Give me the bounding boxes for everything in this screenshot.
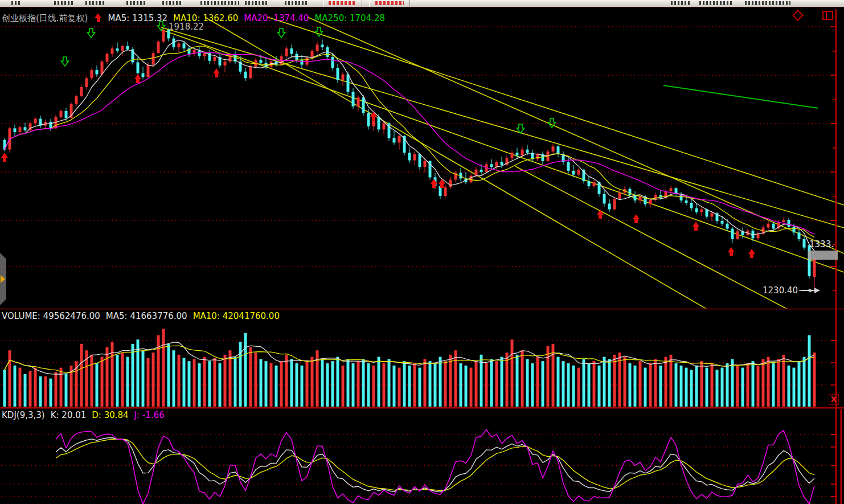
trend-up-icon xyxy=(95,13,102,22)
volume-value: VOLUME: 49562476.00 xyxy=(2,311,100,321)
buy-arrow-icon xyxy=(1,153,8,162)
sell-arrow-icon xyxy=(278,28,285,38)
ma-price-tag-label: 1333. xyxy=(809,239,834,249)
buy-arrow-icon xyxy=(633,214,640,223)
kdj-lines xyxy=(56,429,814,504)
candles-layer xyxy=(3,27,816,292)
ma5-value: MA5: 1315.32 xyxy=(108,13,167,23)
kdj-j-value: J: -1.66 xyxy=(134,410,165,420)
price-tag-box xyxy=(808,251,838,260)
chart-canvas[interactable] xyxy=(0,0,844,504)
right-arrow-icon: → xyxy=(798,285,814,296)
gridlines xyxy=(1,27,831,497)
volume-pane-header: VOLUME: 49562476.00MA5: 41663776.00MA10:… xyxy=(2,311,285,321)
split-window-icon[interactable] xyxy=(822,11,833,20)
sell-arrow-icon xyxy=(88,28,95,38)
price-ma-lines xyxy=(5,40,814,251)
kdj-pane-header: KDJ(9,3,3)K: 20.01D: 30.84J: -1.66 xyxy=(2,410,170,420)
buy-arrow-icon xyxy=(597,210,604,219)
sell-arrow-icon xyxy=(62,57,69,66)
buy-arrow-icon xyxy=(370,112,377,121)
buy-arrow-icon xyxy=(213,68,220,77)
low-price-label: 1230.40→ xyxy=(763,285,805,296)
volume-ma5-value: MA5: 41663776.00 xyxy=(106,311,187,321)
ma20-value: MA20: 1374.40 xyxy=(244,13,309,23)
trading-terminal: 创业板指(日线.前复权)MA5: 1315.32MA10: 1362.60MA2… xyxy=(0,0,844,504)
trendlines xyxy=(161,17,844,339)
buy-arrow-icon xyxy=(748,249,755,258)
sidebar-expand-tab[interactable] xyxy=(0,253,6,305)
buy-arrow-icon xyxy=(728,247,735,256)
buy-arrow-icon xyxy=(134,74,141,83)
peak-price-label: 1918.22 xyxy=(169,22,204,32)
kdj-label: KDJ(9,3,3) xyxy=(2,410,45,420)
close-indicator-icon[interactable]: X xyxy=(829,394,839,405)
ma250-value: MA250: 1704.28 xyxy=(314,13,385,23)
expand-arrow-icon xyxy=(1,275,5,283)
kdj-d-value: D: 30.84 xyxy=(92,410,128,420)
instrument-title: 创业板指(日线.前复权) xyxy=(2,13,88,23)
kdj-k-value: K: 20.01 xyxy=(51,410,87,420)
axis-layer xyxy=(0,9,844,504)
buy-arrow-icon xyxy=(693,222,699,231)
volume-ma10-value: MA10: 42041760.00 xyxy=(193,311,280,321)
